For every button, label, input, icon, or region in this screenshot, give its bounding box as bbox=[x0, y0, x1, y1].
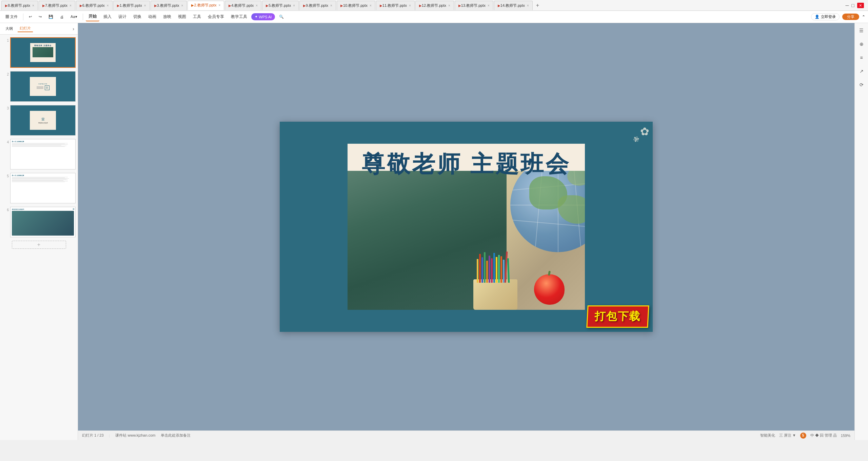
tab-10-close[interactable]: × bbox=[370, 4, 372, 7]
zoom-level[interactable]: 159% bbox=[841, 434, 850, 438]
slide-wrapper: 尊敬老师 主题班会 bbox=[280, 122, 653, 332]
slides-tab[interactable]: 幻灯片 bbox=[18, 25, 33, 32]
ribbon-tab-member[interactable]: 会员专享 bbox=[205, 13, 227, 21]
ribbon-tab-insert[interactable]: 插入 bbox=[101, 13, 114, 21]
tab-11[interactable]: ▶ 11.教师节.pptx × bbox=[376, 1, 415, 10]
tab-1[interactable]: ▶ 8.教师节.pptx × bbox=[1, 1, 38, 10]
right-btn-3[interactable]: ≡ bbox=[857, 53, 866, 62]
slide-thumb-1[interactable]: 尊敬老师 主题班会 ✿ bbox=[10, 37, 76, 68]
ribbon-tab-view[interactable]: 视图 bbox=[175, 13, 189, 21]
slide-item-4[interactable]: 4 我一天二的特殊记事 bbox=[2, 139, 76, 169]
tab-3[interactable]: ▶ 6.教师节.pptx × bbox=[76, 1, 113, 10]
tab-9[interactable]: ▶ 9.教师节.pptx × bbox=[299, 1, 336, 10]
ribbon-tab-design[interactable]: 设计 bbox=[116, 13, 129, 21]
tab-5[interactable]: ▶ 3.教师节.pptx × bbox=[151, 1, 187, 10]
redo-button[interactable]: ↪ bbox=[36, 14, 44, 20]
slide-thumb-6[interactable]: 高考及花王分的故书 ⊕ bbox=[10, 207, 76, 237]
tab-13-icon: ▶ bbox=[458, 4, 461, 7]
tab-14[interactable]: ▶ 14.教师节.pptx × bbox=[494, 1, 533, 10]
tab-7[interactable]: ▶ 4.教师节.pptx × bbox=[225, 1, 261, 10]
tab-6-close[interactable]: × bbox=[218, 3, 220, 7]
slide-thumb-5[interactable]: 我一天二的特殊记事 bbox=[10, 173, 76, 203]
format-button[interactable]: Aa▾ bbox=[68, 14, 80, 20]
tab-4[interactable]: ▶ 1.教师节.pptx × bbox=[113, 1, 150, 10]
tab-5-close[interactable]: × bbox=[181, 4, 183, 7]
ribbon-tab-start[interactable]: 开始 bbox=[86, 12, 99, 21]
tab-4-close[interactable]: × bbox=[144, 4, 146, 7]
slide-thumb-3[interactable]: 壹 尊敬我们的老师 bbox=[10, 105, 76, 136]
tab-6-active[interactable]: ▶ 2.教师节.pptx × bbox=[188, 1, 224, 10]
slide-canvas: 尊敬老师 主题班会 bbox=[78, 23, 854, 430]
right-btn-1[interactable]: ☰ bbox=[857, 26, 866, 35]
tab-12[interactable]: ▶ 12.教师节.pptx × bbox=[415, 1, 454, 10]
smart-label[interactable]: 智能美化 bbox=[760, 433, 775, 438]
main-area: 大纲 幻灯片 › 1 尊敬老师 主题班会 bbox=[0, 23, 868, 440]
slide-thumb-4[interactable]: 我一天二的特殊记事 bbox=[10, 139, 76, 169]
window-close[interactable]: × bbox=[857, 3, 864, 8]
window-minimize[interactable]: ─ bbox=[845, 3, 849, 8]
tab-7-label: 4.教师节.pptx bbox=[231, 3, 254, 8]
ribbon-tab-animation[interactable]: 动画 bbox=[145, 13, 159, 21]
slide-item-6[interactable]: 6 高考及花王分的故书 ⊕ bbox=[2, 207, 76, 237]
tab-1-close[interactable]: × bbox=[32, 4, 34, 7]
save-button[interactable]: 💾 bbox=[46, 14, 56, 20]
tab-14-close[interactable]: × bbox=[527, 4, 529, 7]
ribbon-tab-slideshow[interactable]: 放映 bbox=[160, 13, 174, 21]
share-button[interactable]: 分享 bbox=[842, 14, 859, 20]
tab-8-label: 5.教师节.pptx bbox=[269, 3, 291, 8]
ribbon-tab-tools[interactable]: 工具 bbox=[190, 13, 204, 21]
add-slide-button[interactable]: + bbox=[12, 241, 66, 249]
ribbon-tab-transition[interactable]: 切换 bbox=[131, 13, 144, 21]
outline-tab[interactable]: 大纲 bbox=[3, 25, 15, 32]
tab-3-label: 6.教师节.pptx bbox=[82, 3, 105, 8]
tab-12-close[interactable]: × bbox=[448, 4, 450, 7]
right-btn-5[interactable]: ⟳ bbox=[857, 80, 866, 89]
undo-button[interactable]: ↩ bbox=[26, 14, 35, 20]
slide-item-5[interactable]: 5 我一天二的特殊记事 bbox=[2, 173, 76, 203]
tab-2[interactable]: ▶ 7.教师节.pptx × bbox=[39, 1, 75, 10]
tab-8[interactable]: ▶ 5.教师节.pptx × bbox=[262, 1, 299, 10]
add-slide-area: + bbox=[2, 241, 76, 249]
tab-8-close[interactable]: × bbox=[293, 4, 295, 7]
tab-1-icon: ▶ bbox=[5, 4, 8, 7]
pencil-cup-area bbox=[473, 252, 517, 310]
login-button[interactable]: 👤 立即登录 bbox=[811, 13, 840, 20]
collapse-panel-button[interactable]: › bbox=[73, 26, 74, 32]
download-banner-wrapper[interactable]: 打包下载 bbox=[587, 305, 649, 328]
tab-2-close[interactable]: × bbox=[70, 4, 72, 7]
tab-13-close[interactable]: × bbox=[488, 4, 490, 7]
tab-12-icon: ▶ bbox=[419, 4, 422, 7]
tab-13[interactable]: ▶ 13.教师节.pptx × bbox=[455, 1, 493, 10]
tab-2-icon: ▶ bbox=[42, 4, 45, 7]
download-banner[interactable]: 打包下载 bbox=[586, 305, 649, 328]
print-button[interactable]: 🖨 bbox=[57, 14, 66, 20]
right-btn-2[interactable]: ⊕ bbox=[857, 39, 866, 49]
slide-num-2: 2 bbox=[2, 71, 9, 102]
bottom-teal-band bbox=[348, 310, 585, 332]
collapse-ribbon-button[interactable]: ⌃ bbox=[862, 15, 865, 19]
slide-item-2[interactable]: 2 CATALOG bbox=[2, 71, 76, 102]
slide-item-1[interactable]: 1 尊敬老师 主题班会 ✿ bbox=[2, 37, 76, 68]
tab-11-close[interactable]: × bbox=[409, 4, 411, 7]
tab-14-icon: ▶ bbox=[498, 4, 500, 7]
tab-3-close[interactable]: × bbox=[107, 4, 109, 7]
wps-ai-button[interactable]: ✦ WPS AI bbox=[251, 13, 275, 20]
download-label: 打包下载 bbox=[594, 310, 641, 322]
tab-10-icon: ▶ bbox=[340, 4, 343, 7]
slide-item-3[interactable]: 3 壹 尊敬我们的老师 bbox=[2, 105, 76, 136]
slide-thumb-2[interactable]: CATALOG 目 bbox=[10, 71, 76, 102]
search-button[interactable]: 🔍 bbox=[276, 14, 287, 20]
tab-10[interactable]: ▶ 10.教师节.pptx × bbox=[337, 1, 375, 10]
file-menu[interactable]: ☰ 文件 bbox=[3, 14, 20, 20]
tab-7-close[interactable]: × bbox=[256, 4, 258, 7]
right-btn-4[interactable]: ↗ bbox=[857, 66, 866, 76]
tab-10-label: 10.教师节.pptx bbox=[343, 3, 368, 8]
toolbar-separator-1 bbox=[23, 14, 23, 20]
view-icons[interactable]: 三 屏注 ▼ bbox=[779, 433, 796, 438]
ribbon-tab-teaching[interactable]: 教学工具 bbox=[228, 13, 250, 21]
new-tab-button[interactable]: + bbox=[533, 2, 542, 8]
tab-7-icon: ▶ bbox=[229, 4, 231, 7]
tab-9-close[interactable]: × bbox=[330, 4, 332, 7]
window-maximize[interactable]: □ bbox=[851, 3, 854, 8]
tab-9-icon: ▶ bbox=[303, 4, 306, 7]
